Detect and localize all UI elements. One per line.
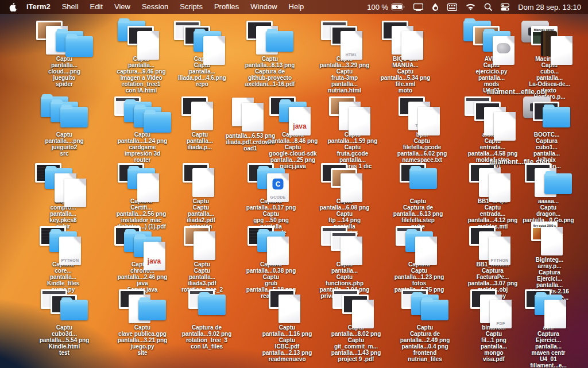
folder-icon[interactable] [544,173,572,194]
menu-item-shell[interactable]: Shell [56,2,84,11]
folder-icon[interactable] [266,31,293,52]
desktop-icon-cluster[interactable]: CaptuCaptura depantalla...6.13 pngfilefe… [382,162,454,230]
desktop-icon-cluster[interactable]: Captupantalla...cloud....pngjueguitospid… [29,20,100,87]
icon-stack: Hoy quizá 3500 calorías [514,220,585,256]
desktop-area[interactable]: Captupantalla...cloud....pngjueguitospid… [0,14,588,368]
file-icon[interactable] [137,173,159,202]
desktop-icon-cluster[interactable]: Captura depantalla...9.02 pngrotation_tr… [171,288,242,350]
menu-bar-clock[interactable]: Dom 28 sep. 13:10 [518,3,581,11]
icon-label: Captuclave publica.gpgpantalla...3.21 pn… [107,324,178,356]
desktop-icon-cluster[interactable]: Captuclave publica.gpgpantalla...3.21 pn… [107,288,178,356]
file-icon[interactable] [541,227,563,255]
icon-stack: Blancas ganan [514,20,585,55]
menu-item-window[interactable]: Window [245,2,283,11]
menu-item-view[interactable]: View [109,2,136,11]
spotlight-search-icon[interactable] [484,3,492,11]
battery-percent-label: 100 % [367,3,388,11]
icon-label-line: Captu [309,274,380,280]
icon-label-line: pantalla...0.4 png [389,343,461,350]
wifi-icon[interactable] [466,3,475,11]
folder-icon[interactable] [543,107,570,127]
file-type-badge: GCODE [267,195,289,199]
file-icon[interactable] [203,36,225,65]
file-icon[interactable] [418,107,440,135]
file-icon[interactable] [544,300,566,328]
gcode-icon[interactable]: CGCODE [267,173,289,202]
file-icon[interactable] [64,179,86,207]
file-icon[interactable] [192,168,214,197]
desktop-icon-cluster[interactable]: PYTHONCapturacore...pantalla...Kindle_fi… [28,225,99,293]
apple-menu-icon[interactable] [6,2,21,11]
file-icon[interactable] [341,173,362,202]
folder-icon[interactable] [65,36,93,57]
desktop-icon-cluster[interactable]: Captupantalla...1.16 pngCaptuICBC.pdfpan… [252,288,323,362]
menu-item-session[interactable]: Session [136,2,174,11]
folder-icon[interactable] [144,112,171,133]
menu-item-scripts[interactable]: Scripts [174,2,208,11]
desktop-icon-cluster[interactable]: Captupantalla...8.13 pngCaptura degithub… [234,20,305,87]
battery-status[interactable]: 100 % [367,3,405,11]
icon-label-line: pantalla... [513,343,584,350]
icon-label-line: filefella.gcode [386,144,458,150]
file-type-badge: java [144,257,165,265]
display-mirroring-icon[interactable] [413,3,423,11]
menu-item-iterm2[interactable]: iTerm2 [21,2,56,11]
file-icon[interactable] [415,237,437,265]
file-icon[interactable] [401,31,423,60]
desktop-icon-cluster[interactable]: Captupantalla....pngjueguito2src [29,95,100,157]
file-icon[interactable] [191,102,213,130]
icon-label-line: cubo1... [511,144,582,150]
folder-icon[interactable] [409,168,437,189]
desktop-icon-cluster[interactable]: CaptuCaptupantalla...iliada2.pdfrotación [165,162,237,230]
file-icon[interactable] [349,107,370,135]
file-icon[interactable] [194,231,215,260]
desktop-icon-cluster[interactable]: Captupantalla...8.02 pngCaptugit_commit_… [320,288,392,362]
file-icon[interactable]: PYTHON [59,237,81,265]
file-icon[interactable] [267,237,289,265]
file-icon[interactable] [242,103,264,131]
file-icon[interactable]: java [289,107,311,135]
file-icon[interactable]: PYTHON [489,237,510,265]
desktop-icon-cluster[interactable]: av...CapturaEjercici...pantalla...maven … [513,288,584,368]
control-center-icon[interactable] [501,3,509,11]
file-icon[interactable]: PDF [490,300,512,328]
desktop-icon-cluster[interactable]: Captucompro...pantalla...key.pkcs8subir [28,162,99,230]
desktop-icon-cluster[interactable]: Captucubo3d...pantalla...5.54 pngKindle.… [29,288,100,356]
desktop-icon-cluster[interactable]: BIQU-B...MANUA...Captupantalla...5.34 pn… [370,20,441,94]
icon-label: bp...Captufilefella.gcodepantalla...6.02… [386,131,458,163]
icon-label-line: site [107,350,178,356]
desktop-icon-cluster[interactable]: TXTbp...Captufilefella.gcodepantalla...6… [386,95,458,163]
desktop-icon-cluster[interactable]: CaptuCaptupantalla...iliada.pd...4.6.png… [167,20,238,87]
file-icon[interactable] [494,112,516,141]
file-icon[interactable]: java [144,242,165,270]
folder-icon[interactable] [138,300,166,320]
folder-icon[interactable] [421,300,448,320]
menu-item-profiles[interactable]: Profiles [208,2,245,11]
desktop-icon-cluster[interactable]: CaptuCaptura depantalla...2.49 pngpantal… [389,288,461,362]
file-icon[interactable] [137,31,159,60]
obj-icon[interactable] [493,36,514,65]
keyboard-icon[interactable] [447,3,457,11]
drop-icon[interactable] [432,3,439,11]
folder-icon[interactable] [60,107,88,127]
icon-label-line: Captu [29,324,100,331]
file-icon[interactable] [278,295,300,323]
folder-icon[interactable] [60,300,88,320]
icon-label-line: Captura de [234,68,305,75]
icon-label-line: Captu [320,337,392,343]
menu-item-edit[interactable]: Edit [84,2,109,11]
desktop-icon-cluster[interactable]: CaptuCaptupantalla...iliada3.pdfrotation… [167,225,238,293]
file-icon[interactable] [352,300,374,328]
desktop-icon-cluster[interactable]: fillament...efile.obj [481,88,552,95]
file-icon[interactable] [551,36,572,65]
file-icon[interactable] [489,173,510,202]
icon-label-line: Kindle_files [28,280,99,286]
menu-item-help[interactable]: Help [283,2,310,11]
file-icon[interactable]: HTML [341,31,362,60]
folder-icon[interactable] [198,295,226,315]
icon-label-line: pantalla...0.38 png [235,268,307,274]
desktop-icon-cluster[interactable]: Captupantalla...1.59 pngCaptufruta.gcode… [317,95,388,169]
icon-label: Captupantalla...1.16 pngCaptuICBC.pdfpan… [252,324,323,362]
file-icon[interactable] [341,237,362,265]
icon-stack [235,225,307,261]
